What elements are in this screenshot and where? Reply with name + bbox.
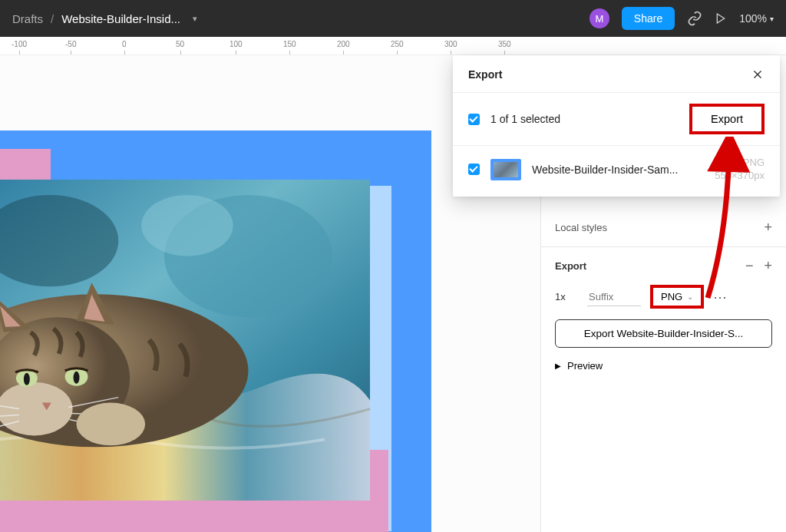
export-item-meta: 1x PNG 555×370px <box>715 157 765 183</box>
top-actions: M Share 100% ▾ <box>590 7 774 30</box>
export-item-name: Website-Builder-Insider-Sam... <box>532 164 704 176</box>
ruler-tick: 50 <box>176 40 184 48</box>
select-all-checkbox[interactable] <box>468 114 480 125</box>
preview-label: Preview <box>567 360 603 372</box>
export-section: Export − + 1x PNG ⌄ ⋯ Export Website-Bui… <box>541 247 786 382</box>
close-icon[interactable] <box>751 68 765 81</box>
local-styles-label: Local styles <box>555 222 607 233</box>
triangle-right-icon: ▶ <box>555 362 561 370</box>
ruler-tick: 200 <box>337 40 350 48</box>
export-button[interactable]: Export <box>689 104 765 134</box>
ruler-tick: 250 <box>391 40 404 48</box>
ruler-tick: 150 <box>283 40 296 48</box>
chevron-down-icon: ▾ <box>770 15 774 23</box>
export-popover: Export 1 of 1 selected Export Website-Bu… <box>453 55 780 197</box>
svg-point-12 <box>77 403 146 446</box>
svg-point-11 <box>74 372 80 384</box>
breadcrumb: Drafts / Website-Builder-Insid... ▾ <box>12 12 590 25</box>
chevron-down-icon: ⌄ <box>687 292 693 301</box>
breadcrumb-separator: / <box>51 12 54 25</box>
zoom-dropdown[interactable]: 100% ▾ <box>739 12 774 25</box>
preview-toggle[interactable]: ▶ Preview <box>555 360 772 372</box>
play-icon[interactable] <box>715 12 727 25</box>
svg-marker-0 <box>718 14 725 23</box>
export-scale[interactable]: 1x <box>555 291 578 302</box>
top-bar: Drafts / Website-Builder-Insid... ▾ M Sh… <box>0 0 786 37</box>
plus-icon[interactable]: + <box>764 258 772 274</box>
zoom-value: 100% <box>739 12 767 25</box>
plus-icon[interactable]: + <box>764 220 772 236</box>
local-styles-section: Local styles + <box>541 209 786 247</box>
link-icon[interactable] <box>687 11 702 26</box>
ruler-tick: -100 <box>12 40 27 48</box>
export-section-title: Export <box>555 260 586 272</box>
format-value: PNG <box>661 291 682 302</box>
avatar[interactable]: M <box>590 8 609 28</box>
share-button[interactable]: Share <box>622 7 675 30</box>
chevron-down-icon[interactable]: ▾ <box>193 14 197 24</box>
frame-image[interactable] <box>0 180 370 501</box>
export-item-row: Website-Builder-Insider-Sam... 1x PNG 55… <box>453 146 780 197</box>
ruler-tick: 300 <box>444 40 457 48</box>
selection-count: 1 of 1 selected <box>490 113 679 125</box>
horizontal-ruler: -100 -50 0 50 100 150 200 250 300 350 <box>0 37 786 55</box>
item-checkbox[interactable] <box>468 164 480 175</box>
export-suffix-input[interactable] <box>587 288 641 306</box>
export-format-dropdown[interactable]: PNG ⌄ <box>650 285 704 309</box>
breadcrumb-root[interactable]: Drafts <box>12 12 43 25</box>
export-frame-button[interactable]: Export Website-Builder-Insider-S... <box>555 319 772 348</box>
more-options-icon[interactable]: ⋯ <box>713 289 728 306</box>
ruler-tick: 100 <box>230 40 243 48</box>
svg-point-4 <box>141 195 233 256</box>
svg-point-10 <box>24 373 30 385</box>
popover-title: Export <box>468 68 502 81</box>
ruler-tick: -50 <box>65 40 76 48</box>
item-thumbnail <box>490 159 521 180</box>
ruler-tick: 0 <box>122 40 127 48</box>
file-name[interactable]: Website-Builder-Insid... <box>61 12 180 25</box>
minus-icon[interactable]: − <box>745 258 754 274</box>
